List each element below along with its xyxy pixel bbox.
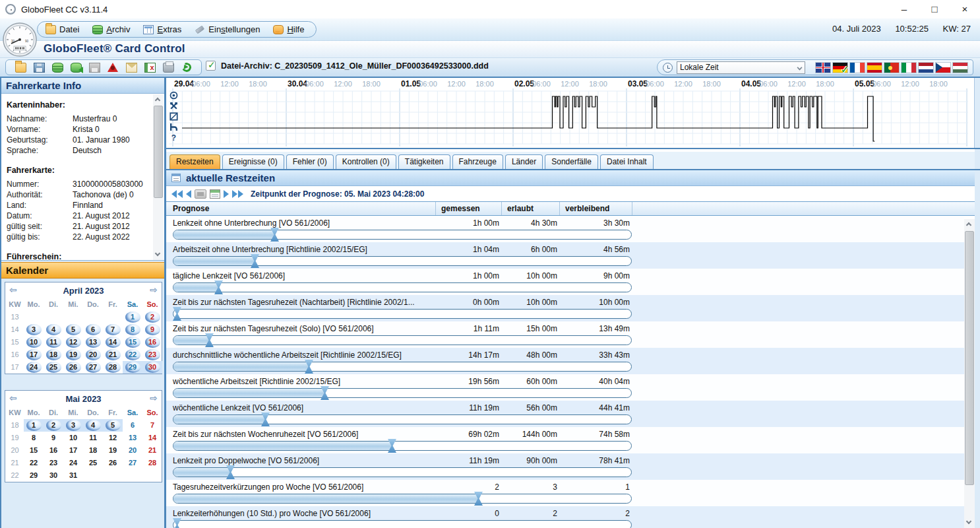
calendar-day[interactable]: 13 [123, 432, 142, 444]
calendar-day[interactable]: 15 [24, 444, 44, 457]
slider-track[interactable] [173, 467, 632, 477]
alarm-button[interactable] [104, 61, 122, 74]
calendar-day[interactable]: 7 [103, 323, 123, 336]
slider-track[interactable] [173, 494, 632, 504]
slider-track[interactable] [173, 520, 632, 528]
calendar-day[interactable]: 24 [24, 361, 44, 374]
tab-länder[interactable]: Länder [505, 154, 543, 169]
flag-czech-icon[interactable] [936, 63, 950, 73]
slider-track[interactable] [173, 256, 632, 266]
prev-button[interactable] [186, 190, 191, 198]
calendar-day[interactable]: 26 [103, 457, 123, 469]
calendar-day[interactable]: 18 [83, 444, 103, 457]
archive-import-button[interactable] [67, 61, 85, 74]
time-mode-select[interactable]: Lokale Zeit [677, 61, 805, 74]
slider-track[interactable] [173, 441, 632, 451]
maximize-button[interactable]: □ [919, 1, 950, 18]
calendar-day[interactable]: 19 [103, 444, 123, 457]
calendar-day[interactable]: 12 [63, 336, 83, 348]
scrollbar-thumb[interactable] [154, 106, 163, 198]
calendar-day[interactable]: 2 [44, 419, 63, 432]
calendar-day[interactable]: 6 [83, 323, 103, 336]
calendar-day[interactable]: 2 [142, 311, 162, 323]
calendar-day[interactable]: 22 [24, 457, 44, 469]
save-disabled-button[interactable] [85, 61, 104, 74]
progress-slider[interactable] [173, 230, 632, 240]
scroll-down-button[interactable] [153, 249, 164, 260]
calendar-day[interactable]: 20 [123, 444, 142, 457]
flag-germany-icon[interactable]: ✓ [833, 63, 847, 73]
calendar-day[interactable]: 29 [123, 361, 142, 374]
next-month-icon[interactable]: ⇨ [150, 393, 158, 403]
calendar-picker-button[interactable] [210, 189, 220, 199]
menu-item-einstellungen[interactable]: Einstellungen [195, 24, 260, 34]
calendar-day[interactable]: 24 [63, 457, 83, 469]
scroll-down-button[interactable] [964, 517, 975, 528]
tab-ereignisse-0[interactable]: Ereignisse (0) [222, 154, 284, 169]
calendar-day[interactable]: 5 [103, 419, 123, 432]
calendar-day[interactable]: 26 [63, 361, 83, 374]
calendar-day[interactable]: 3 [24, 323, 44, 336]
calendar-day[interactable]: 9 [142, 323, 162, 336]
scrollbar-thumb[interactable] [965, 231, 974, 485]
calendar-day[interactable]: 16 [142, 336, 162, 348]
minimize-button[interactable]: – [889, 1, 919, 18]
stop-button[interactable] [195, 189, 206, 199]
flag-italy-icon[interactable] [902, 63, 916, 73]
calendar-day[interactable]: 23 [142, 348, 162, 361]
calendar-day[interactable]: 6 [123, 419, 142, 432]
last-button[interactable] [232, 190, 243, 198]
calendar-day[interactable]: 10 [24, 336, 44, 348]
progress-slider[interactable] [173, 309, 632, 319]
progress-slider[interactable] [173, 282, 632, 292]
menu-item-archiv[interactable]: Archiv [92, 24, 130, 34]
calendar-day[interactable]: 25 [83, 457, 103, 469]
calendar-day[interactable]: 21 [142, 444, 162, 457]
prev-month-icon[interactable]: ⇦ [9, 393, 17, 403]
tab-restzeiten[interactable]: Restzeiten [169, 154, 220, 169]
calendar-day[interactable]: 1 [24, 419, 44, 432]
slider-track[interactable] [173, 335, 632, 345]
calendar-day[interactable]: 10 [63, 432, 83, 444]
calendar-day[interactable]: 20 [83, 348, 103, 361]
calendar-day[interactable]: 27 [123, 457, 142, 469]
progress-slider[interactable] [173, 388, 632, 398]
tab-fahrzeuge[interactable]: Fahrzeuge [452, 154, 503, 169]
calendar-day[interactable]: 19 [63, 348, 83, 361]
progress-slider[interactable] [173, 256, 632, 266]
calendar-day[interactable]: 27 [83, 361, 103, 374]
calendar-day[interactable]: 4 [44, 323, 63, 336]
slider-track[interactable] [173, 414, 632, 424]
calendar-day[interactable]: 30 [142, 361, 162, 374]
flag-netherlands-icon[interactable] [919, 63, 933, 73]
progress-slider[interactable] [173, 335, 632, 345]
refresh-button[interactable] [177, 61, 196, 74]
calendar-day[interactable]: 30 [44, 469, 63, 482]
calendar-day[interactable]: 17 [63, 444, 83, 457]
calendar-day[interactable]: 9 [44, 432, 63, 444]
calendar-day[interactable]: 16 [44, 444, 63, 457]
calendar-day[interactable]: 15 [123, 336, 142, 348]
flag-france-icon[interactable] [850, 63, 865, 73]
prev-month-icon[interactable]: ⇦ [9, 284, 17, 295]
calendar-day[interactable]: 11 [83, 432, 103, 444]
calendar-day[interactable]: 11 [44, 336, 63, 348]
calendar-day[interactable]: 31 [63, 469, 83, 482]
calendar-day[interactable]: 18 [44, 348, 63, 361]
menu-item-datei[interactable]: Datei [46, 24, 79, 34]
flag-uk-icon[interactable] [816, 63, 830, 73]
calendar-day[interactable]: 5 [63, 323, 83, 336]
calendar-day[interactable]: 8 [123, 323, 142, 336]
flag-portugal-icon[interactable] [884, 63, 899, 73]
slider-track[interactable] [173, 230, 632, 240]
menu-item-extras[interactable]: Extras [143, 24, 181, 34]
slider-track[interactable] [173, 362, 632, 372]
driver-card-scrollbar[interactable] [153, 94, 164, 260]
calendar-day[interactable]: 8 [24, 432, 44, 444]
calendar-day[interactable]: 14 [142, 432, 162, 444]
calendar-day[interactable]: 12 [103, 432, 123, 444]
email-button[interactable] [122, 61, 140, 74]
progress-slider[interactable] [173, 414, 632, 424]
progress-slider[interactable] [173, 362, 632, 372]
tab-sonderfälle[interactable]: Sonderfälle [545, 154, 598, 169]
